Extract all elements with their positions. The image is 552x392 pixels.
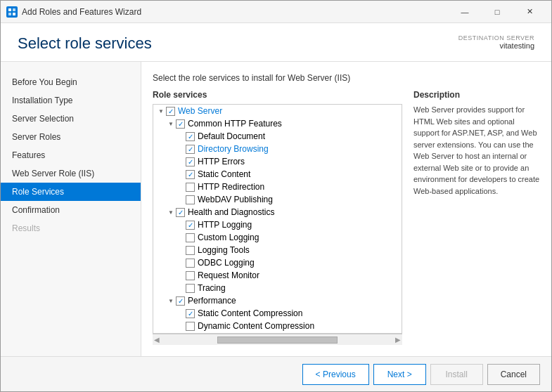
horizontal-scrollbar[interactable]: ◀ ▶ <box>153 334 402 345</box>
description-header: Description <box>413 90 540 100</box>
sidebar-item-server-roles[interactable]: Server Roles <box>1 128 141 146</box>
tree-item-common-http[interactable]: ▼ ✓ Common HTTP Features <box>153 117 402 130</box>
tree-item-logging-tools[interactable]: Logging Tools <box>153 244 402 256</box>
destination-name: vitatesting <box>458 41 534 50</box>
expand-dynamic-compression <box>176 321 186 331</box>
checkbox-static-compression[interactable]: ✓ <box>186 309 195 318</box>
expand-web-server[interactable]: ▼ <box>156 106 166 116</box>
app-icon <box>6 6 18 18</box>
header-section: Select role services DESTINATION SERVER … <box>1 23 551 62</box>
checkbox-odbc-logging[interactable] <box>186 259 195 268</box>
tree-item-odbc-logging[interactable]: ODBC Logging <box>153 256 402 269</box>
expand-performance[interactable]: ▼ <box>166 296 176 306</box>
label-custom-logging: Custom Logging <box>198 233 259 242</box>
install-button: Install <box>430 364 483 385</box>
minimize-button[interactable]: — <box>449 3 481 21</box>
tree-container[interactable]: ▼ ✓ Web Server ▼ ✓ Common HTTP Features <box>153 104 402 334</box>
tree-item-http-logging[interactable]: ✓ HTTP Logging <box>153 218 402 231</box>
destination-label: DESTINATION SERVER <box>458 34 534 41</box>
checkbox-http-redirect[interactable] <box>186 183 195 192</box>
expand-custom-logging <box>176 233 186 242</box>
expand-odbc-logging <box>176 258 186 268</box>
checkbox-webdav[interactable] <box>186 195 195 204</box>
checkbox-common-http[interactable]: ✓ <box>176 119 185 129</box>
description-panel: Description Web Server provides support … <box>413 90 540 345</box>
checkbox-custom-logging[interactable] <box>186 233 195 242</box>
checkbox-static-content[interactable]: ✓ <box>186 170 195 179</box>
main-content: Select the role services to install for … <box>141 62 551 356</box>
maximize-button[interactable]: □ <box>481 3 513 21</box>
tree-item-static-compression[interactable]: ✓ Static Content Compression <box>153 307 402 320</box>
label-request-monitor: Request Monitor <box>198 270 259 280</box>
checkbox-http-logging[interactable]: ✓ <box>186 221 195 230</box>
footer: < Previous Next > Install Cancel <box>1 356 551 391</box>
tree-item-web-server[interactable]: ▼ ✓ Web Server <box>153 105 402 117</box>
sidebar-item-before-you-begin[interactable]: Before You Begin <box>1 73 141 91</box>
checkbox-request-monitor[interactable] <box>186 271 195 280</box>
tree-item-performance[interactable]: ▼ ✓ Performance <box>153 294 402 307</box>
label-static-compression: Static Content Compression <box>198 308 302 318</box>
next-button[interactable]: Next > <box>373 364 426 385</box>
title-bar-left: Add Roles and Features Wizard <box>6 6 141 18</box>
checkbox-default-doc[interactable]: ✓ <box>186 132 195 141</box>
two-column-layout: Role services ▼ ✓ Web Server ▼ ✓ <box>153 90 540 345</box>
label-http-logging: HTTP Logging <box>198 220 252 230</box>
label-default-doc: Default Document <box>198 131 265 141</box>
expand-common-http[interactable]: ▼ <box>166 119 176 129</box>
scroll-thumb[interactable] <box>217 337 338 344</box>
checkbox-performance[interactable]: ✓ <box>176 296 185 306</box>
sidebar-item-features[interactable]: Features <box>1 146 141 164</box>
sidebar-item-web-server-role[interactable]: Web Server Role (IIS) <box>1 164 141 183</box>
label-web-server: Web Server <box>178 106 222 116</box>
tree-item-webdav[interactable]: WebDAV Publishing <box>153 193 402 206</box>
tree-item-http-errors[interactable]: ✓ HTTP Errors <box>153 155 402 168</box>
checkbox-logging-tools[interactable] <box>186 246 195 255</box>
label-static-content: Static Content <box>198 169 250 179</box>
scroll-left-arrow[interactable]: ◀ <box>153 336 161 344</box>
tree-item-dynamic-compression[interactable]: Dynamic Content Compression <box>153 320 402 332</box>
tree-item-default-doc[interactable]: ✓ Default Document <box>153 130 402 143</box>
tree-item-tracing[interactable]: Tracing <box>153 282 402 294</box>
checkbox-tracing[interactable] <box>186 284 195 293</box>
sidebar-item-server-selection[interactable]: Server Selection <box>1 110 141 128</box>
svg-rect-2 <box>8 13 11 15</box>
label-performance: Performance <box>188 296 236 306</box>
title-bar-controls: — □ ✕ <box>449 3 546 21</box>
sidebar-item-confirmation[interactable]: Confirmation <box>1 201 141 219</box>
label-http-redirect: HTTP Redirection <box>198 182 264 192</box>
label-common-http: Common HTTP Features <box>188 119 282 129</box>
checkbox-http-errors[interactable]: ✓ <box>186 157 195 166</box>
svg-rect-1 <box>13 8 15 11</box>
tree-item-static-content[interactable]: ✓ Static Content <box>153 168 402 181</box>
sidebar-item-role-services[interactable]: Role Services <box>1 183 141 201</box>
title-bar: Add Roles and Features Wizard — □ ✕ <box>1 1 551 23</box>
expand-webdav <box>176 195 186 204</box>
checkbox-dir-browsing[interactable]: ✓ <box>186 145 195 154</box>
destination-server-info: DESTINATION SERVER vitatesting <box>458 34 534 50</box>
tree-item-request-monitor[interactable]: Request Monitor <box>153 269 402 282</box>
expand-request-monitor <box>176 270 186 280</box>
expand-http-redirect <box>176 182 186 192</box>
tree-item-security[interactable]: ▼ ✓ Security <box>153 332 402 334</box>
cancel-button[interactable]: Cancel <box>487 364 540 385</box>
checkbox-health-diag[interactable]: ✓ <box>176 208 185 217</box>
expand-dir-browsing <box>176 144 186 154</box>
sidebar: Before You Begin Installation Type Serve… <box>1 62 141 356</box>
label-odbc-logging: ODBC Logging <box>198 258 255 268</box>
svg-rect-3 <box>13 13 15 15</box>
close-button[interactable]: ✕ <box>513 3 546 21</box>
checkbox-web-server[interactable]: ✓ <box>166 107 175 116</box>
expand-health-diag[interactable]: ▼ <box>166 207 176 217</box>
tree-item-custom-logging[interactable]: Custom Logging <box>153 231 402 244</box>
scroll-right-arrow[interactable]: ▶ <box>394 336 402 344</box>
tree-item-health-diag[interactable]: ▼ ✓ Health and Diagnostics <box>153 206 402 218</box>
checkbox-dynamic-compression[interactable] <box>186 322 195 331</box>
label-health-diag: Health and Diagnostics <box>188 207 274 217</box>
tree-item-dir-browsing[interactable]: ✓ Directory Browsing <box>153 143 402 155</box>
tree-item-http-redirect[interactable]: HTTP Redirection <box>153 181 402 193</box>
previous-button[interactable]: < Previous <box>302 364 369 385</box>
sidebar-item-installation-type[interactable]: Installation Type <box>1 91 141 110</box>
expand-http-logging <box>176 220 186 230</box>
expand-static-compression <box>176 308 186 318</box>
main-window: Add Roles and Features Wizard — □ ✕ Sele… <box>0 0 552 392</box>
